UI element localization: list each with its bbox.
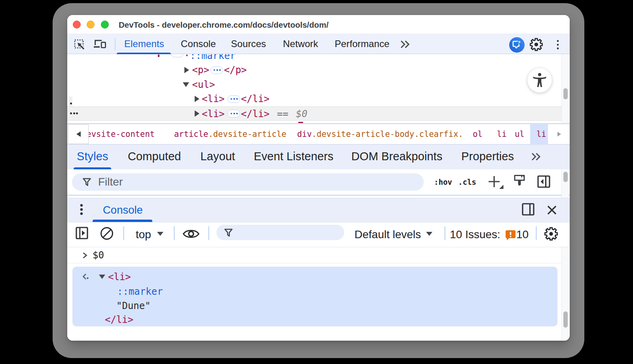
window-titlebar: DevTools - developer.chrome.com/docs/dev… bbox=[67, 15, 570, 34]
expand-arrow-icon[interactable] bbox=[195, 96, 199, 102]
clipped-glyph-fragment bbox=[186, 55, 188, 56]
tab-computed[interactable]: Computed bbox=[128, 145, 181, 168]
dropdown-arrow-icon bbox=[426, 232, 432, 236]
active-tab-underline bbox=[93, 220, 152, 222]
dom-row-ul[interactable]: <ul> bbox=[67, 78, 561, 92]
tab-properties[interactable]: Properties bbox=[461, 145, 514, 168]
breadcrumb-scroll-left-button[interactable] bbox=[68, 124, 89, 144]
dom-row-li-selected[interactable]: <li> </li> == $0 bbox=[67, 106, 561, 121]
toggle-class-button[interactable]: .cls bbox=[458, 174, 476, 190]
tab-sources[interactable]: Sources bbox=[231, 34, 266, 54]
breadcrumb-bar: devsite-content article.devsite-article … bbox=[67, 124, 570, 145]
dom-tree-scrollbar-thumb[interactable] bbox=[563, 88, 568, 99]
more-tabs-icon[interactable] bbox=[400, 40, 411, 50]
tag-close: </li> bbox=[241, 92, 269, 106]
gutter-dot bbox=[70, 112, 72, 114]
console-command: $0 bbox=[93, 247, 104, 263]
console-command-row[interactable]: $0 bbox=[67, 247, 570, 264]
clipped-glyph-fragment bbox=[158, 55, 159, 57]
tab-network[interactable]: Network bbox=[283, 34, 318, 54]
chevron-right-icon[interactable] bbox=[557, 132, 561, 136]
tab-styles[interactable]: Styles bbox=[77, 145, 108, 168]
console-filter-input[interactable] bbox=[216, 225, 344, 240]
breadcrumb-item[interactable]: div.devsite-article-body.clearfix. bbox=[297, 124, 463, 144]
collapse-arrow-icon[interactable] bbox=[183, 82, 189, 87]
collapse-arrow-icon[interactable] bbox=[99, 275, 105, 279]
tag-close: </p> bbox=[224, 63, 247, 78]
breadcrumb-item[interactable]: devsite-content bbox=[81, 124, 155, 144]
toolbar-divider bbox=[174, 226, 175, 240]
breadcrumb-item[interactable]: ul bbox=[515, 124, 525, 144]
collapsed-content-pill[interactable] bbox=[227, 110, 240, 118]
settings-gear-icon[interactable] bbox=[544, 227, 558, 242]
toolbar-divider bbox=[444, 226, 445, 240]
console-scrollbar[interactable] bbox=[561, 247, 569, 341]
more-tabs-icon[interactable] bbox=[531, 152, 542, 163]
crumb-tag: li bbox=[497, 129, 507, 139]
zoom-window-button[interactable] bbox=[101, 21, 109, 28]
crumb-tag: div bbox=[297, 129, 312, 139]
console-sidebar-icon[interactable] bbox=[76, 227, 88, 241]
dom-pseudo-marker[interactable]: ::marker bbox=[190, 54, 236, 63]
issues-label[interactable]: 10 Issues: bbox=[450, 222, 500, 246]
breadcrumb-item[interactable]: ol bbox=[473, 124, 483, 144]
console-toolbar: top Default levels 10 Issues: bbox=[67, 222, 570, 248]
gutter-dot bbox=[73, 112, 75, 114]
collapsed-content-pill[interactable] bbox=[210, 66, 223, 74]
filter-funnel-icon bbox=[224, 228, 233, 239]
accessibility-fab[interactable] bbox=[527, 68, 552, 93]
drawer-tab-console[interactable]: Console bbox=[103, 198, 143, 222]
split-panel-icon[interactable] bbox=[522, 203, 534, 217]
dock-sidebar-icon[interactable] bbox=[537, 175, 550, 190]
ai-assistant-icon[interactable] bbox=[509, 37, 525, 54]
context-selector[interactable]: top bbox=[136, 222, 151, 246]
close-icon[interactable] bbox=[547, 205, 557, 217]
console-prompt-icon bbox=[82, 252, 87, 260]
expand-arrow-icon[interactable] bbox=[195, 110, 199, 117]
tag-open: <ul> bbox=[192, 78, 215, 92]
inspect-icon[interactable] bbox=[74, 39, 86, 52]
console-scrollbar-thumb[interactable] bbox=[563, 311, 568, 328]
levels-selector[interactable]: Default levels bbox=[354, 222, 421, 246]
styles-filter-input[interactable]: Filter bbox=[72, 173, 424, 191]
settings-gear-icon[interactable] bbox=[530, 38, 543, 53]
minimize-window-button[interactable] bbox=[87, 21, 95, 28]
gutter-dot bbox=[76, 112, 78, 114]
toggle-hover-state-button[interactable]: :hov bbox=[434, 174, 452, 190]
styles-pane-scrollbar[interactable] bbox=[561, 170, 569, 198]
styles-pane-scrollbar-thumb[interactable] bbox=[563, 172, 568, 182]
tab-dom-breakpoints[interactable]: DOM Breakpoints bbox=[351, 145, 442, 168]
breadcrumb-item-selected[interactable]: li bbox=[536, 124, 546, 144]
collapsed-content-pill[interactable] bbox=[227, 95, 240, 103]
console-result-selected[interactable]: <li> ::marker "Dune" </li> bbox=[72, 267, 557, 326]
tab-elements[interactable]: Elements bbox=[124, 34, 164, 54]
issues-count[interactable]: 10 bbox=[516, 222, 529, 246]
gutter-strip bbox=[68, 97, 72, 106]
dom-row-partial[interactable]: ::marker bbox=[67, 54, 561, 63]
tab-console[interactable]: Console bbox=[181, 34, 216, 54]
styles-pane-tabbar: Styles Computed Layout Event Listeners D… bbox=[67, 145, 570, 169]
tab-layout[interactable]: Layout bbox=[201, 145, 235, 168]
tab-event-listeners[interactable]: Event Listeners bbox=[254, 145, 334, 168]
dom-row-li[interactable]: <li> </li> bbox=[67, 92, 561, 106]
new-style-rule-plus-icon[interactable] bbox=[488, 175, 504, 192]
toolbar-divider bbox=[115, 38, 116, 50]
eye-icon[interactable] bbox=[182, 228, 200, 241]
drawer-kebab-icon[interactable] bbox=[80, 204, 83, 217]
clear-console-icon[interactable] bbox=[100, 227, 114, 242]
breadcrumb-item[interactable]: article.devsite-article bbox=[174, 124, 286, 144]
close-window-button[interactable] bbox=[73, 21, 81, 28]
dom-tree-scrollbar[interactable] bbox=[561, 54, 569, 123]
window-title: DevTools - developer.chrome.com/docs/dev… bbox=[119, 15, 328, 34]
breadcrumb-item[interactable]: li bbox=[497, 124, 507, 144]
device-toolbar-icon[interactable] bbox=[93, 40, 107, 51]
expand-arrow-icon[interactable] bbox=[184, 67, 189, 73]
dom-row-p[interactable]: <p> </p> bbox=[67, 63, 561, 78]
menu-kebab-icon[interactable] bbox=[556, 40, 559, 51]
rendering-brush-icon[interactable] bbox=[514, 174, 525, 190]
stage-background: DevTools - developer.chrome.com/docs/dev… bbox=[0, 0, 633, 364]
chevron-left-icon bbox=[76, 131, 81, 137]
collapsed-content-pill[interactable] bbox=[171, 54, 184, 57]
tab-performance[interactable]: Performance bbox=[335, 34, 390, 54]
issues-icon[interactable] bbox=[505, 229, 516, 240]
